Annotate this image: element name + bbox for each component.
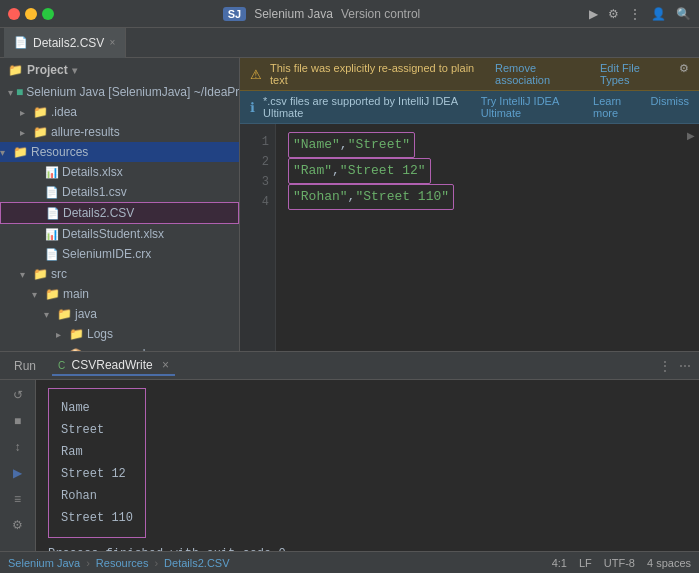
tab-close-bottom[interactable]: × bbox=[162, 358, 169, 372]
warning-actions: Remove association Edit File Types ⚙ bbox=[495, 62, 689, 86]
tree-label: allure-results bbox=[51, 125, 120, 139]
title-bar-actions: ▶ ⚙ ⋮ 👤 🔍 bbox=[589, 7, 691, 21]
code-line-1: "Name","Street" bbox=[288, 132, 671, 158]
collapse-icon: ▶ bbox=[687, 130, 695, 141]
tree-label: src bbox=[51, 267, 67, 281]
maximize-button[interactable] bbox=[42, 8, 54, 20]
settings-run-icon[interactable]: ⚙ bbox=[7, 514, 29, 536]
edit-file-types-link[interactable]: Edit File Types bbox=[600, 62, 669, 86]
breadcrumb-item-2[interactable]: Resources bbox=[96, 557, 149, 569]
warning-notification: ⚠ This file was explicitly re-assigned t… bbox=[240, 58, 699, 91]
tab-csvreadwrite[interactable]: C CSVReadWrite × bbox=[52, 356, 175, 376]
folder-icon: 📁 bbox=[69, 327, 84, 341]
tree-item-resources[interactable]: ▾ 📁 Resources bbox=[0, 142, 239, 162]
breadcrumb-item-1[interactable]: Selenium Java bbox=[8, 557, 80, 569]
filter-icon[interactable]: ≡ bbox=[7, 488, 29, 510]
tree-item-selenium-java[interactable]: ▾ ■ Selenium Java [SeleniumJava] ~/IdeaP… bbox=[0, 82, 239, 102]
folder-icon: 📁 bbox=[33, 125, 48, 139]
tree-item-java[interactable]: ▾ 📁 java bbox=[0, 304, 239, 324]
run-output: Name Street Ram Street 12 Rohan Street 1… bbox=[36, 380, 699, 551]
line-number-2: 2 bbox=[246, 152, 269, 172]
stop-icon[interactable]: ■ bbox=[7, 410, 29, 432]
breadcrumb-sep-1: › bbox=[86, 557, 90, 569]
search-icon[interactable]: 🔍 bbox=[676, 7, 691, 21]
breadcrumb: Selenium Java › Resources › Details2.CSV bbox=[8, 557, 230, 569]
editor-area: ⚠ This file was explicitly re-assigned t… bbox=[240, 58, 699, 351]
tab-run[interactable]: Run bbox=[8, 357, 42, 375]
expand-arrow: ▸ bbox=[56, 329, 66, 340]
play-icon[interactable]: ▶ bbox=[7, 462, 29, 484]
settings-icon[interactable]: ⚙ bbox=[679, 62, 689, 86]
tree-item-logs[interactable]: ▸ 📁 Logs bbox=[0, 324, 239, 344]
tree-item-allure[interactable]: ▸ 📁 allure-results bbox=[0, 122, 239, 142]
tree-item-org-example[interactable]: ▾ 📦 org.example bbox=[0, 344, 239, 351]
scroll-icon[interactable]: ↕ bbox=[7, 436, 29, 458]
indent-setting[interactable]: 4 spaces bbox=[647, 557, 691, 569]
tree-item-details-xlsx[interactable]: ▸ 📊 Details.xlsx bbox=[0, 162, 239, 182]
bottom-icon-2[interactable]: ⋯ bbox=[679, 359, 691, 373]
line-number-3: 3 bbox=[246, 172, 269, 192]
tree-label: .idea bbox=[51, 105, 77, 119]
output-line-ram: Ram bbox=[61, 441, 133, 463]
tree-item-main[interactable]: ▾ 📁 main bbox=[0, 284, 239, 304]
code-content[interactable]: "Name","Street" "Ram","Street 12" "Rohan… bbox=[276, 124, 683, 351]
code-line-3: "Rohan","Street 110" bbox=[288, 184, 671, 210]
cursor-position[interactable]: 4:1 bbox=[552, 557, 567, 569]
expand-arrow: ▾ bbox=[20, 269, 30, 280]
folder-icon: 📁 bbox=[33, 105, 48, 119]
debug-icon[interactable]: ⚙ bbox=[608, 7, 619, 21]
tree-item-details2-csv[interactable]: ▸ 📄 Details2.CSV bbox=[0, 202, 239, 224]
project-folder-icon: 📁 bbox=[8, 63, 23, 77]
line-ending[interactable]: LF bbox=[579, 557, 592, 569]
line-number-4: 4 bbox=[246, 192, 269, 212]
bottom-icon-1[interactable]: ⋮ bbox=[659, 359, 671, 373]
output-line-street110: Street 110 bbox=[61, 507, 133, 529]
tree-item-details1-csv[interactable]: ▸ 📄 Details1.csv bbox=[0, 182, 239, 202]
info-notification: ℹ *.csv files are supported by IntelliJ … bbox=[240, 91, 699, 124]
expand-arrow: ▸ bbox=[20, 107, 30, 118]
code-line-4 bbox=[288, 210, 671, 230]
bottom-panel-icons: ⋮ ⋯ bbox=[659, 359, 691, 373]
output-line-rohan: Rohan bbox=[61, 485, 133, 507]
tree-label: Details1.csv bbox=[62, 185, 127, 199]
user-icon[interactable]: 👤 bbox=[651, 7, 666, 21]
version-control-label[interactable]: Version control bbox=[341, 7, 420, 21]
csv-icon: 📄 bbox=[46, 207, 60, 220]
bottom-panel: Run C CSVReadWrite × ⋮ ⋯ ↺ ■ ↕ ▶ ≡ ⚙ bbox=[0, 351, 699, 551]
tab-details2csv[interactable]: 📄 Details2.CSV × bbox=[4, 28, 126, 58]
dismiss-link[interactable]: Dismiss bbox=[651, 95, 690, 119]
csv-content-line3: "Rohan","Street 110" bbox=[288, 184, 454, 210]
excel-icon: 📊 bbox=[45, 228, 59, 241]
file-tree-sidebar: 📁 Project ▾ ▾ ■ Selenium Java [SeleniumJ… bbox=[0, 58, 240, 351]
encoding[interactable]: UTF-8 bbox=[604, 557, 635, 569]
csv-content-line2: "Ram","Street 12" bbox=[288, 158, 431, 184]
minimize-button[interactable] bbox=[25, 8, 37, 20]
project-header-arrow: ▾ bbox=[72, 65, 77, 76]
tree-label: Selenium Java [SeleniumJava] ~/IdeaProje… bbox=[26, 85, 239, 99]
tree-label: Details2.CSV bbox=[63, 206, 134, 220]
remove-association-link[interactable]: Remove association bbox=[495, 62, 590, 86]
rerun-icon[interactable]: ↺ bbox=[7, 384, 29, 406]
try-intellij-link[interactable]: Try IntelliJ IDEA Ultimate bbox=[481, 95, 583, 119]
tree-item-details-student[interactable]: ▸ 📊 DetailsStudent.xlsx bbox=[0, 224, 239, 244]
tree-item-seleniumide[interactable]: ▸ 📄 SeleniumIDE.crx bbox=[0, 244, 239, 264]
tree-label: SeleniumIDE.crx bbox=[62, 247, 151, 261]
breadcrumb-item-3[interactable]: Details2.CSV bbox=[164, 557, 229, 569]
info-text: *.csv files are supported by IntelliJ ID… bbox=[263, 95, 473, 119]
tab-close-icon[interactable]: × bbox=[109, 37, 115, 48]
tree-item-idea[interactable]: ▸ 📁 .idea bbox=[0, 102, 239, 122]
folder-icon: 📁 bbox=[45, 287, 60, 301]
close-button[interactable] bbox=[8, 8, 20, 20]
folder-icon: 📁 bbox=[33, 267, 48, 281]
bottom-content: ↺ ■ ↕ ▶ ≡ ⚙ Name Street Ram Street 12 Ro… bbox=[0, 380, 699, 551]
title-bar: SJ Selenium Java Version control ▶ ⚙ ⋮ 👤… bbox=[0, 0, 699, 28]
code-editor[interactable]: 1 2 3 4 "Name","Street" "Ram","Street 12… bbox=[240, 124, 699, 351]
run-icon[interactable]: ▶ bbox=[589, 7, 598, 21]
status-bar-right: 4:1 LF UTF-8 4 spaces bbox=[552, 557, 691, 569]
more-icon[interactable]: ⋮ bbox=[629, 7, 641, 21]
tree-label: java bbox=[75, 307, 97, 321]
expand-arrow: ▾ bbox=[0, 147, 10, 158]
learn-more-link[interactable]: Learn more bbox=[593, 95, 640, 119]
tree-item-src[interactable]: ▾ 📁 src bbox=[0, 264, 239, 284]
project-header[interactable]: 📁 Project ▾ bbox=[0, 58, 239, 82]
